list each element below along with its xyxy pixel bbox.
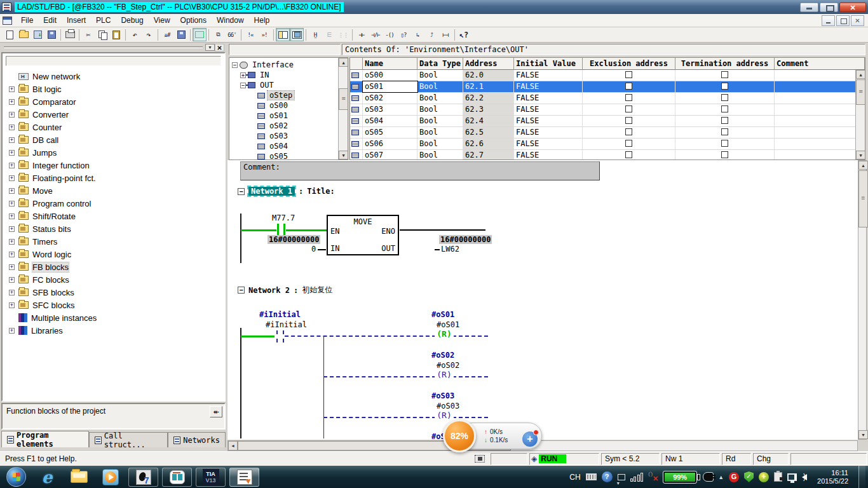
open-branch-icon[interactable]: ↳	[410, 28, 424, 41]
cell-data-type[interactable]: Bool	[417, 81, 463, 92]
expand-plus-icon[interactable]	[9, 125, 15, 130]
editor-horizontal-scrollbar[interactable]	[227, 440, 858, 451]
copy-icon[interactable]	[95, 28, 109, 41]
collapse-network-icon[interactable]	[238, 287, 245, 294]
out-operand[interactable]: LW62	[441, 245, 459, 254]
tree-item-variable[interactable]: oS05	[257, 151, 348, 160]
sidebar-tree-item[interactable]: FC blocks	[9, 273, 224, 286]
cell-data-type[interactable]: Bool	[417, 70, 463, 81]
termination-checkbox[interactable]	[721, 151, 728, 158]
reset-coil[interactable]: (R)	[435, 370, 454, 379]
cell-initial-value[interactable]: FALSE	[514, 150, 583, 160]
collapse-network-icon[interactable]	[238, 188, 245, 195]
cell-comment[interactable]	[775, 70, 865, 81]
sidebar-tree-item[interactable]: FB blocks	[9, 261, 224, 273]
start-button[interactable]	[6, 467, 26, 487]
scrollbar-thumb[interactable]	[339, 88, 348, 110]
cell-comment[interactable]	[775, 93, 865, 104]
sidebar-tree-item[interactable]: Multiple instances	[9, 311, 224, 324]
cell-data-type[interactable]: Bool	[417, 93, 463, 104]
symbol-representation-icon[interactable]: ⧉	[211, 28, 225, 41]
coil-operand[interactable]: #oS01	[437, 320, 459, 329]
go-online-icon[interactable]: ⇊#	[160, 28, 174, 41]
expand-plus-icon[interactable]	[9, 150, 15, 156]
tree-item-variable[interactable]: oS03	[257, 131, 348, 141]
coil-operand[interactable]: #oS02	[437, 361, 459, 370]
interface-tree-scrollbar[interactable]	[338, 58, 348, 159]
cell-address[interactable]: 62.2	[463, 93, 514, 104]
coil-symbol[interactable]: #oS02	[431, 351, 454, 360]
tree-item-variable[interactable]: oS02	[257, 121, 348, 131]
expand-plus-icon[interactable]	[9, 99, 15, 105]
termination-checkbox[interactable]	[721, 94, 728, 101]
cell-address[interactable]: 62.5	[463, 127, 514, 138]
expand-plus-icon[interactable]	[9, 290, 15, 295]
sidebar-tree-item[interactable]: SFC blocks	[9, 299, 224, 311]
expand-plus-icon[interactable]	[9, 201, 15, 207]
exclusion-checkbox[interactable]	[625, 128, 632, 135]
scroll-down-icon[interactable]	[858, 430, 868, 439]
menu-options[interactable]: Options	[175, 15, 212, 26]
cell-initial-value[interactable]: FALSE	[514, 104, 583, 115]
menu-plc[interactable]: PLC	[91, 15, 116, 26]
menu-insert[interactable]: Insert	[62, 15, 91, 26]
scroll-down-icon[interactable]	[339, 151, 348, 159]
taskbar-app-step7[interactable]	[128, 468, 158, 487]
detail-view-toggle-icon[interactable]	[290, 28, 304, 41]
child-restore-button[interactable]	[836, 15, 850, 26]
table-row[interactable]: oS01 Bool 62.1 FALSE	[350, 81, 865, 93]
cell-name[interactable]: oS01	[363, 81, 417, 92]
360-browser-icon[interactable]: G	[729, 472, 739, 482]
overview-toggle-icon[interactable]	[276, 28, 290, 41]
collapse-icon[interactable]	[232, 62, 238, 68]
header-name[interactable]: Name	[363, 58, 417, 69]
cell-initial-value[interactable]: FALSE	[514, 116, 583, 126]
sidebar-tree-item[interactable]: New network	[9, 70, 224, 83]
cell-data-type[interactable]: Bool	[417, 150, 463, 160]
menu-file[interactable]: File	[16, 15, 38, 26]
close-button[interactable]	[839, 3, 866, 12]
exclusion-checkbox[interactable]	[625, 117, 632, 124]
cell-comment[interactable]	[775, 139, 865, 149]
network2-title[interactable]: 初始复位	[302, 285, 332, 295]
tree-item-variable[interactable]: oS00	[257, 100, 348, 111]
cell-name[interactable]: oS00	[363, 70, 417, 81]
redo-icon[interactable]: ↷	[142, 28, 156, 41]
goto-prev-icon[interactable]: !«	[243, 28, 257, 41]
download-block-icon[interactable]	[31, 28, 44, 41]
restore-button[interactable]	[820, 3, 838, 12]
header-comment[interactable]: Comment	[775, 58, 865, 69]
cell-data-type[interactable]: Bool	[417, 127, 463, 138]
sidebar-tree-item[interactable]: Timers	[9, 235, 224, 248]
sidebar-tree-item[interactable]: SFB blocks	[9, 286, 224, 299]
coil-operand[interactable]: #oS03	[437, 402, 459, 410]
expand-plus-icon[interactable]	[9, 214, 15, 219]
menu-edit[interactable]: Edit	[38, 15, 62, 26]
expand-icon[interactable]	[240, 72, 246, 78]
expand-plus-icon[interactable]	[9, 277, 15, 283]
in-operand[interactable]: 0	[311, 245, 316, 254]
sidebar-tree-item[interactable]: Converter	[9, 108, 224, 121]
panel-tab[interactable]: Networks	[168, 432, 226, 447]
panel-drag-handle[interactable]	[4, 46, 203, 48]
cell-name[interactable]: oS06	[363, 139, 417, 149]
panel-dropdown-button[interactable]: ▼	[205, 44, 215, 51]
sidebar-tree-item[interactable]: DB call	[9, 133, 224, 146]
table-scrollbar[interactable]	[855, 70, 865, 159]
termination-checkbox[interactable]	[721, 105, 728, 112]
contact-no-icon[interactable]: ⊣⊢	[355, 28, 369, 41]
termination-checkbox[interactable]	[721, 140, 728, 147]
header-exclusion-address[interactable]: Exclusion address	[583, 58, 675, 69]
goto-next-icon[interactable]: »!	[257, 28, 271, 41]
exclusion-checkbox[interactable]	[625, 83, 632, 90]
speaker-icon[interactable]	[802, 474, 807, 480]
panel-tab[interactable]: Call struct...	[89, 432, 168, 447]
cut-icon[interactable]: ✂	[81, 28, 95, 41]
menu-help[interactable]: Help	[249, 15, 275, 26]
cell-name[interactable]: oS03	[363, 104, 417, 115]
scrollbar-thumb[interactable]	[858, 170, 868, 227]
contact-operand[interactable]: M77.7	[272, 214, 295, 222]
exclusion-checkbox[interactable]	[625, 140, 632, 147]
header-termination-address[interactable]: Termination address	[675, 58, 775, 69]
show-desktop-button[interactable]	[858, 466, 865, 488]
